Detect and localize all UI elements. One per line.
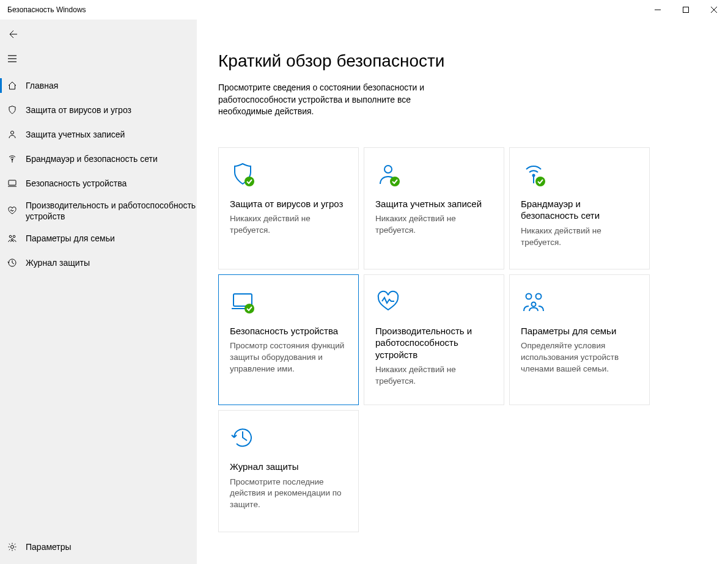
svg-point-9 [384, 166, 392, 173]
tile-title: Брандмауэр и безопасность сети [521, 198, 638, 222]
heart-icon [375, 287, 493, 317]
svg-point-15 [245, 304, 254, 313]
tile-desc: Просмотр состояния функций защиты оборуд… [230, 340, 347, 375]
sidebar-item-settings[interactable]: Параметры [0, 535, 197, 559]
person-icon [7, 130, 17, 139]
heart-icon [7, 206, 17, 216]
svg-point-12 [535, 177, 545, 186]
tile-title: Журнал защиты [230, 461, 347, 473]
tile-title: Безопасность устройства [230, 325, 347, 337]
sidebar-item-1[interactable]: Защита от вирусов и угроз [0, 98, 197, 122]
family-icon [521, 287, 638, 317]
sidebar-item-label: Главная [26, 80, 58, 91]
tile-title: Защита учетных записей [375, 198, 493, 210]
device-icon [7, 178, 17, 188]
tile-2[interactable]: Брандмауэр и безопасность сети Никаких д… [509, 147, 650, 269]
maximize-button[interactable] [672, 0, 700, 20]
svg-point-8 [245, 177, 254, 186]
tile-grid: Защита от вирусов и угроз Никаких действ… [218, 147, 674, 532]
sidebar-item-label: Брандмауэр и безопасность сети [26, 153, 158, 164]
svg-point-7 [11, 546, 14, 549]
svg-point-18 [532, 302, 536, 306]
sidebar-item-5[interactable]: Производительность и работоспособность у… [0, 196, 197, 226]
tile-desc: Никаких действий не требуется. [375, 213, 493, 236]
svg-point-16 [526, 293, 532, 299]
tile-5[interactable]: Параметры для семьи Определяйте условия … [509, 274, 650, 405]
tile-desc: Никаких действий не требуется. [375, 364, 493, 387]
page-title: Краткий обзор безопасности [218, 51, 674, 71]
tile-0[interactable]: Защита от вирусов и угроз Никаких действ… [218, 147, 359, 269]
svg-point-17 [536, 293, 542, 299]
tile-6[interactable]: Журнал защиты Просмотрите последние дейс… [218, 410, 359, 532]
sidebar-item-label: Параметры для семьи [26, 233, 115, 244]
tile-title: Производительность и работоспособность у… [375, 325, 493, 361]
sidebar-item-3[interactable]: Брандмауэр и безопасность сети [0, 147, 197, 171]
window-title: Безопасность Windows [7, 5, 86, 14]
history-icon [230, 423, 347, 452]
svg-rect-1 [683, 7, 689, 13]
person-icon [375, 160, 493, 189]
menu-button[interactable] [0, 46, 24, 71]
tile-desc: Никаких действий не требуется. [230, 213, 347, 236]
back-button[interactable] [0, 22, 24, 46]
tile-desc: Определяйте условия использования устрой… [521, 340, 638, 375]
tile-1[interactable]: Защита учетных записей Никаких действий … [364, 147, 504, 269]
family-icon [7, 233, 17, 243]
settings-label: Параметры [26, 541, 72, 552]
sidebar-item-label: Безопасность устройства [26, 178, 127, 189]
sidebar-item-label: Журнал защиты [26, 257, 90, 268]
sidebar-item-0[interactable]: Главная [0, 73, 197, 98]
page-subtitle: Просмотрите сведения о состоянии безопас… [218, 82, 463, 118]
tile-desc: Просмотрите последние действия и рекомен… [230, 477, 347, 511]
window-controls [644, 0, 728, 20]
tile-3[interactable]: Безопасность устройства Просмотр состоян… [218, 274, 359, 405]
history-icon [7, 258, 17, 268]
sidebar-item-6[interactable]: Параметры для семьи [0, 226, 197, 251]
sidebar-item-7[interactable]: Журнал защиты [0, 251, 197, 275]
nav-list: Главная Защита от вирусов и угроз Защита… [0, 73, 197, 275]
tile-desc: Никаких действий не требуется. [521, 225, 638, 249]
sidebar-item-label: Защита учетных записей [26, 129, 125, 140]
sidebar-item-label: Производительность и работоспособность у… [26, 200, 197, 222]
close-button[interactable] [700, 0, 728, 20]
sidebar: Главная Защита от вирусов и угроз Защита… [0, 20, 197, 564]
tile-4[interactable]: Производительность и работоспособность у… [364, 274, 504, 405]
main-content: Краткий обзор безопасности Просмотрите с… [197, 20, 728, 564]
minimize-button[interactable] [644, 0, 672, 20]
shield-icon [230, 160, 347, 189]
device-icon [230, 287, 347, 317]
svg-point-10 [390, 177, 400, 186]
sidebar-item-2[interactable]: Защита учетных записей [0, 122, 197, 147]
home-icon [7, 81, 17, 90]
network-icon [7, 154, 17, 164]
shield-icon [7, 105, 17, 115]
gear-icon [7, 542, 17, 552]
tile-title: Параметры для семьи [521, 325, 638, 337]
titlebar: Безопасность Windows [0, 0, 728, 20]
network-icon [521, 160, 638, 189]
tile-title: Защита от вирусов и угроз [230, 198, 347, 210]
sidebar-item-label: Защита от вирусов и угроз [26, 104, 131, 115]
sidebar-item-4[interactable]: Безопасность устройства [0, 171, 197, 196]
